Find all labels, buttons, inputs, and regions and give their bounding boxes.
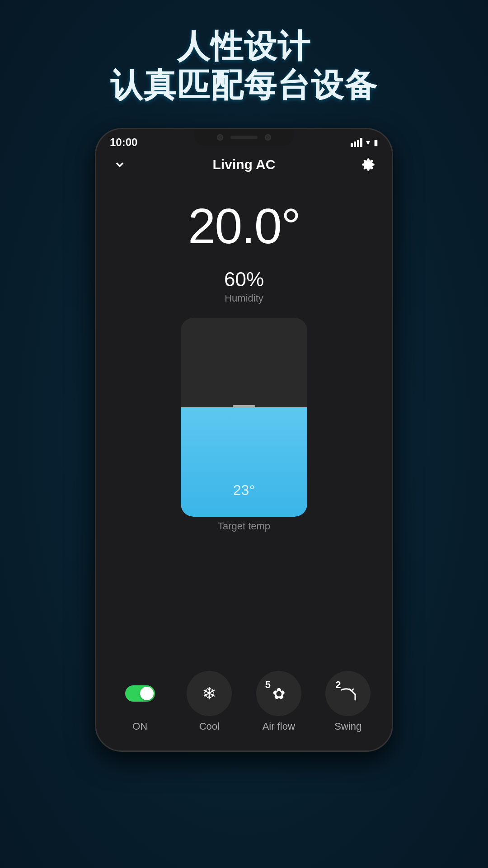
temperature-slider[interactable]: 23° — [181, 318, 307, 517]
phone-notch — [194, 129, 294, 146]
airflow-label: Air flow — [263, 721, 295, 732]
swing-circle: 2 — [325, 671, 371, 716]
chevron-down-icon — [113, 158, 126, 171]
temperature-value: 20.0° — [96, 197, 392, 255]
power-circle — [117, 671, 163, 716]
bottom-controls: ON ❄ Cool 5 ✿ Air flow 2 — [96, 662, 392, 750]
humidity-label: Humidity — [96, 292, 392, 304]
slider-temp-label: 23° — [181, 482, 307, 499]
phone-mockup: 10:00 ▾ ▮ Living AC — [95, 128, 393, 752]
status-time: 10:00 — [110, 136, 137, 149]
fan-icon: ✿ — [272, 684, 285, 703]
back-button[interactable] — [110, 155, 130, 175]
swing-label: Swing — [334, 721, 361, 732]
airflow-circle: 5 ✿ — [256, 671, 301, 716]
header-tagline: 人性设计 认真匹配每台设备 — [110, 27, 378, 105]
slider-section: 23° Target temp — [96, 304, 392, 662]
slider-handle[interactable] — [233, 405, 255, 407]
airflow-control[interactable]: 5 ✿ Air flow — [256, 671, 301, 732]
power-toggle[interactable] — [125, 685, 155, 702]
cool-label: Cool — [199, 721, 220, 732]
signal-bars-icon — [351, 138, 362, 147]
cool-control[interactable]: ❄ Cool — [187, 671, 232, 732]
gear-icon — [361, 158, 375, 171]
page-title: Living AC — [213, 157, 276, 172]
battery-icon: ▮ — [374, 137, 378, 147]
swing-number: 2 — [335, 679, 341, 691]
target-temp-label: Target temp — [181, 520, 307, 537]
app-content: 10:00 ▾ ▮ Living AC — [96, 129, 392, 750]
humidity-section: 60% Humidity — [96, 268, 392, 304]
status-icons: ▾ ▮ — [351, 137, 378, 147]
swing-control[interactable]: 2 Swing — [325, 671, 371, 732]
front-sensor — [265, 134, 271, 141]
temperature-display: 20.0° — [96, 184, 392, 259]
power-control[interactable]: ON — [117, 671, 163, 732]
earpiece-speaker — [230, 136, 258, 139]
cool-circle: ❄ — [187, 671, 232, 716]
humidity-value: 60% — [96, 268, 392, 291]
power-label: ON — [132, 721, 147, 732]
settings-button[interactable] — [358, 155, 378, 175]
front-camera — [217, 134, 223, 141]
swing-icon — [338, 684, 358, 703]
toggle-knob — [140, 687, 154, 700]
slider-fill — [181, 407, 307, 517]
airflow-number: 5 — [265, 679, 271, 691]
wifi-icon: ▾ — [366, 137, 370, 147]
snowflake-icon: ❄ — [202, 684, 216, 703]
